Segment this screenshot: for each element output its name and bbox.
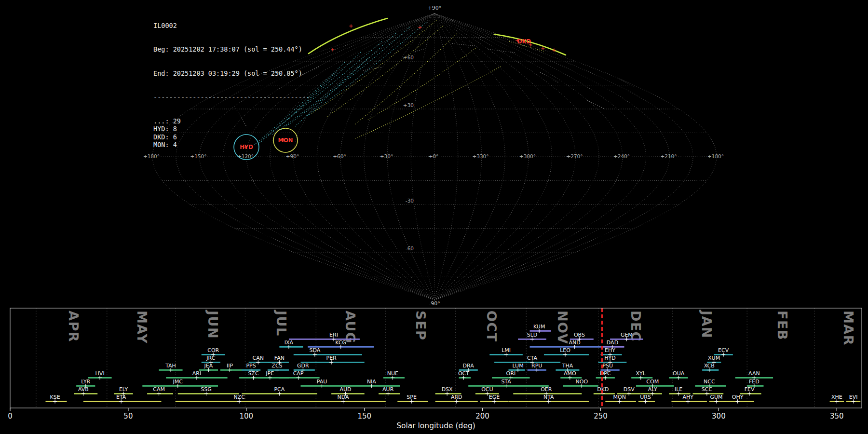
shower-code-label-ege: EGE [489,394,500,400]
lon-tick-label: +60° [333,153,346,159]
shower-code-label-oct: OCT [458,370,469,377]
x-axis-title: Solar longitude (deg) [396,421,475,430]
shower-code-label-kum: KUM [533,324,545,330]
month-label-jul: JUL [274,310,289,337]
month-label-jun: JUN [205,310,220,339]
shower-activity-timeline: APRMAYJUNJULAUGSEPOCTNOVDECJANFEBMARKUME… [0,304,868,434]
shower-code-label-ohy: OHY [732,394,744,400]
shower-code-label-fan: FAN [274,355,285,361]
shower-code-label-aan: AAN [748,370,760,377]
meteor-track [363,67,382,70]
pole-label-north: +90° [428,5,442,11]
shower-bar-cta [494,362,560,363]
shower-code-label-noo: NOO [576,379,588,385]
month-label-apr: APR [66,311,81,342]
shower-code-label-rpu: RPU [531,363,542,369]
shower-code-label-evi: EVI [849,394,858,400]
shower-code-label-ecv: ECV [718,347,729,353]
shower-code-label-eta: ETA [116,394,126,400]
shower-code-label-fev: FEV [745,386,755,393]
shower-code-label-pps: PPS [246,363,256,369]
shower-bar-eri [289,339,360,340]
lon-tick-label: +240° [613,153,630,159]
shower-bar-ixa [279,346,303,348]
shower-code-label-dsv: DSV [624,386,635,393]
shower-code-label-mon: MON [613,394,625,400]
shower-code-label-jrc: JRC [206,355,215,361]
shower-code-label-ard: ARD [451,394,462,400]
shower-code-label-kse: KSE [50,394,60,400]
shower-code-label-iip: IIP [227,363,233,369]
meteor-track [540,72,559,83]
shower-code-label-aly: ALY [648,386,657,393]
shower-code-label-pca: PCA [274,386,285,393]
meteor-track [413,49,424,52]
shower-code-label-dra: DRA [463,363,475,369]
shower-code-label-hvi: HVI [95,370,105,377]
meteor-track [488,49,515,53]
x-axis-tick-label: 200 [475,412,489,420]
shower-code-label-szc: SZC [248,370,259,377]
shower-code-label-lmi: LMI [502,347,511,353]
shower-count-hyd: HYD: 8 [153,125,310,133]
shower-code-label-oer: OER [541,386,552,393]
shower-count-mon: MON: 4 [153,141,310,149]
shower-code-label-ile: ILE [675,386,682,393]
lon-tick-label: +330° [472,153,488,159]
meteor-track [327,26,443,117]
shower-code-label-ely: ELY [119,386,128,393]
lat-tick-label: -60 [406,245,414,251]
grid-meridian [364,14,434,300]
month-label-jan: JAN [699,310,714,339]
shower-code-label-xum: XUM [708,355,720,361]
shower-code-label-and: AND [569,339,581,346]
x-axis-tick-label: 150 [357,412,371,420]
lon-tick-label: +30° [380,153,393,159]
shower-code-label-nzc: NZC [233,394,245,400]
shower-code-label-jea: JEA [204,363,213,369]
shower-code-label-avb: AVB [78,386,89,393]
shower-code-label-lum: LUM [513,363,524,369]
separator-line: ---------------------------------------- [153,93,310,101]
shower-count-sporadic: ...: 29 [153,117,310,125]
month-label-may: MAY [135,311,149,344]
shower-code-label-ehy: EHY [605,347,615,353]
shower-code-label-urs: URS [640,394,651,400]
shower-bar-ssg [178,393,239,394]
x-axis-tick-label: 50 [123,412,133,420]
shower-code-label-xhe: XHE [831,394,842,400]
month-label-feb: FEB [775,311,790,340]
shower-code-label-eri: ERI [329,332,338,338]
meteor-track [587,100,604,108]
shower-code-label-nia: NIA [367,379,376,385]
lon-tick-label: +0° [429,153,439,159]
meteor-track [311,20,436,114]
shower-code-label-cta: CTA [527,355,538,361]
lon-tick-label: +180° [707,153,724,159]
shower-code-label-pau: PAU [317,379,327,385]
station-id: IL0002 [153,22,310,29]
shower-code-label-nta: NTA [543,394,554,400]
shower-code-label-dsx: DSX [442,386,453,393]
x-axis-tick-label: 250 [594,412,608,420]
radiant-label-dkd: DKD [517,38,531,45]
shower-code-label-dad: DAD [607,339,618,346]
shower-count-dkd: DKD: 6 [153,133,310,141]
shower-bar-avb [74,393,97,394]
shower-code-label-gdr: GDR [297,363,309,369]
lat-tick-label: +30 [403,102,414,108]
shower-code-label-spe: SPE [407,394,417,400]
month-label-oct: OCT [484,311,499,342]
observation-begin: Beg: 20251202 17:38:07 (sol = 250.44°) [153,45,310,53]
meteor-track [366,48,475,121]
shower-code-label-tah: TAH [165,363,176,369]
shower-code-label-jmc: JMC [173,379,183,385]
shower-code-label-ixa: IXA [285,339,294,346]
shower-code-label-obs: OBS [574,332,585,338]
shower-code-label-amo: AMO [564,370,576,377]
x-axis-tick-label: 0 [8,412,13,420]
shower-bar-sta [468,385,549,387]
shower-code-label-xyl: XYL [636,370,646,377]
meteor-track [452,43,475,46]
shower-code-label-hyd: HYD [604,355,615,361]
